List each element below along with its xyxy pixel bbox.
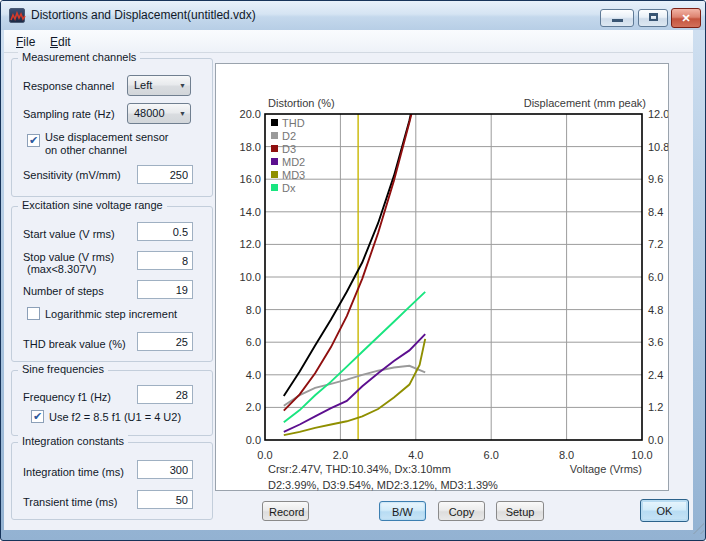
maximize-button[interactable]: [638, 9, 668, 27]
app-icon: [9, 8, 25, 23]
group-title: Measurement channels: [18, 51, 140, 63]
x-tick-label: 0.0: [257, 449, 272, 461]
thd-break-input[interactable]: [137, 332, 193, 351]
minimize-button[interactable]: [600, 9, 634, 27]
left-tick-label: 2.0: [246, 401, 261, 413]
displacement-sensor-checkbox[interactable]: [27, 134, 40, 147]
use-f2-checkbox[interactable]: [31, 410, 44, 423]
right-tick-label: 6.0: [648, 271, 663, 283]
integration-time-label: Integration time (ms): [23, 466, 124, 478]
sampling-rate-value: 48000: [134, 107, 165, 119]
legend-swatch-d3: [271, 145, 278, 152]
series-md2-line: [284, 334, 425, 432]
left-tick-label: 18.0: [240, 141, 261, 153]
copy-button[interactable]: Copy: [438, 501, 485, 521]
legend-label-dx: Dx: [282, 182, 296, 194]
displacement-sensor-label-line1: Use displacement sensor: [45, 131, 169, 143]
left-axis-title: Distortion (%): [268, 97, 335, 109]
right-tick-label: 10.8: [648, 141, 668, 153]
sampling-rate-label: Sampling rate (Hz): [23, 108, 115, 120]
x-axis-label: Voltage (Vrms): [570, 463, 642, 475]
legend-label-d2: D2: [282, 130, 296, 142]
legend-swatch-dx: [271, 184, 278, 191]
left-tick-label: 16.0: [240, 173, 261, 185]
x-tick-label: 8.0: [559, 449, 574, 461]
left-tick-label: 20.0: [240, 108, 261, 120]
bw-button[interactable]: B/W: [379, 501, 426, 521]
menu-edit[interactable]: Edit: [44, 33, 77, 51]
frequency-f1-input[interactable]: [137, 385, 193, 404]
transient-time-label: Transient time (ms): [23, 496, 117, 508]
legend-swatch-thd: [271, 119, 278, 126]
group-title: Sine frequencies: [18, 363, 108, 375]
right-tick-label: 4.8: [648, 304, 663, 316]
minimize-icon: [612, 19, 623, 22]
ok-button[interactable]: OK: [640, 499, 689, 522]
right-tick-label: 3.6: [648, 336, 663, 348]
transient-time-input[interactable]: [137, 490, 193, 509]
setup-button[interactable]: Setup: [496, 501, 544, 521]
thd-break-label: THD break value (%): [23, 338, 126, 350]
left-tick-label: 10.0: [240, 271, 261, 283]
chart-panel: Distortion (%) Displacement (mm peak) 20…: [215, 63, 669, 491]
left-tick-label: 6.0: [246, 336, 261, 348]
left-tick-label: 4.0: [246, 369, 261, 381]
group-title: Integration constants: [18, 435, 128, 447]
record-button[interactable]: Record: [262, 501, 309, 521]
resize-grip-icon[interactable]: [692, 522, 704, 534]
legend-label-md3: MD3: [282, 169, 305, 181]
use-f2-label: Use f2 = 8.5 f1 (U1 = 4 U2): [49, 411, 181, 423]
series-dx-line: [284, 292, 425, 422]
start-value-input[interactable]: [137, 222, 193, 241]
response-channel-select[interactable]: Left ▼: [127, 75, 191, 96]
stop-value-label: Stop value (V rms): [23, 251, 114, 263]
left-tick-label: 12.0: [240, 238, 261, 250]
chevron-down-icon: ▼: [179, 110, 186, 117]
sampling-rate-select[interactable]: 48000 ▼: [127, 103, 191, 124]
response-channel-label: Response channel: [23, 80, 114, 92]
right-tick-label: 12.0: [648, 108, 668, 120]
right-tick-label: 9.6: [648, 173, 663, 185]
legend-swatch-d2: [271, 132, 278, 139]
left-tick-label: 8.0: [246, 304, 261, 316]
number-of-steps-input[interactable]: [137, 280, 193, 299]
logarithmic-step-label: Logarithmic step increment: [45, 308, 177, 320]
menu-bar: File Edit: [4, 30, 693, 53]
cursor-readout-line1: Crsr:2.47V, THD:10.34%, Dx:3.10mm: [268, 463, 451, 475]
right-tick-label: 1.2: [648, 401, 663, 413]
chevron-down-icon: ▼: [179, 82, 186, 89]
dialog-window: Distortions and Displacement(untitled.vd…: [0, 0, 706, 541]
right-tick-label: 0.0: [648, 434, 663, 446]
maximize-icon: [649, 13, 658, 21]
integration-time-input[interactable]: [137, 460, 193, 479]
right-tick-label: 7.2: [648, 238, 663, 250]
group-title: Excitation sine voltage range: [18, 199, 167, 211]
title-bar: Distortions and Displacement(untitled.vd…: [1, 1, 705, 30]
x-tick-label: 4.0: [408, 449, 423, 461]
logarithmic-step-checkbox[interactable]: [27, 307, 40, 320]
x-tick-label: 6.0: [484, 449, 499, 461]
chart-plot[interactable]: 20.018.016.014.012.010.08.06.04.02.00.01…: [216, 64, 668, 490]
menu-file[interactable]: File: [10, 33, 41, 51]
frequency-f1-label: Frequency f1 (Hz): [23, 391, 111, 403]
right-tick-label: 8.4: [648, 206, 663, 218]
legend-label-md2: MD2: [282, 156, 305, 168]
window-title: Distortions and Displacement(untitled.vd…: [31, 8, 256, 22]
sensitivity-label: Sensitivity (mV/mm): [23, 169, 121, 181]
close-icon: ✕: [681, 12, 690, 24]
x-tick-label: 2.0: [333, 449, 348, 461]
right-axis-title: Displacement (mm peak): [524, 97, 646, 109]
left-tick-label: 0.0: [246, 434, 261, 446]
legend-label-thd: THD: [282, 117, 305, 129]
start-value-label: Start value (V rms): [23, 228, 115, 240]
sensitivity-input[interactable]: [137, 165, 193, 184]
close-button[interactable]: ✕: [671, 8, 701, 28]
stop-value-input[interactable]: [137, 251, 193, 270]
right-tick-label: 2.4: [648, 369, 663, 381]
stop-value-note: (max<8.307V): [27, 263, 96, 275]
legend-swatch-md3: [271, 171, 278, 178]
legend-label-d3: D3: [282, 143, 296, 155]
number-of-steps-label: Number of steps: [23, 285, 104, 297]
response-channel-value: Left: [134, 79, 152, 91]
displacement-sensor-label-line2: on other channel: [45, 144, 127, 156]
